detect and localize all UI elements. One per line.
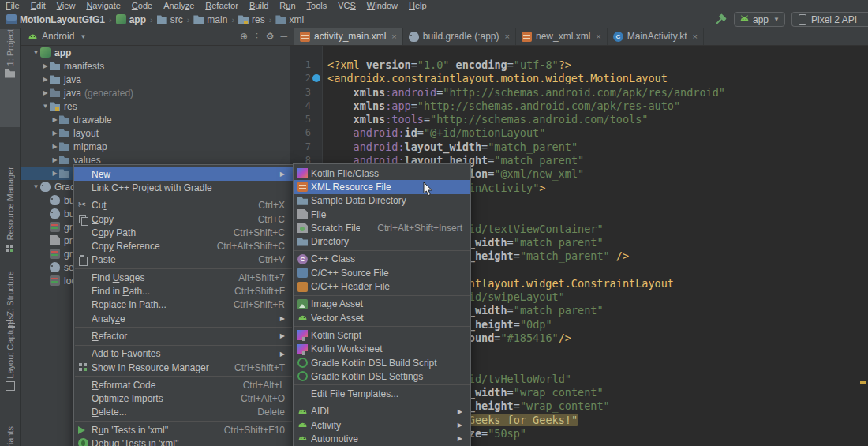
context-menu-item-reformat-code[interactable]: Reformat CodeCtrl+Alt+L <box>74 378 293 392</box>
new-submenu-item-kotlin-worksheet[interactable]: Kotlin Worksheet <box>294 343 470 356</box>
menubar-item-file[interactable]: File <box>0 0 25 11</box>
menubar-item-vcs[interactable]: VCS <box>332 0 361 11</box>
expand-arrow-icon[interactable]: ▶ <box>41 89 50 96</box>
device-selector[interactable]: Pixel 2 API <box>791 12 868 27</box>
context-menu-item-find-in-path[interactable]: Find in Path...Ctrl+Shift+F <box>74 284 293 298</box>
close-icon[interactable]: × <box>693 32 698 41</box>
settings-icon[interactable]: ⚙ <box>263 31 278 42</box>
expand-arrow-icon[interactable]: ▶ <box>51 116 59 123</box>
new-submenu-item-aidl[interactable]: AIDL▶ <box>294 405 470 418</box>
tree-item-res[interactable]: ▼res <box>21 99 290 113</box>
new-submenu-item-file[interactable]: File <box>294 208 470 221</box>
context-menu-item-replace-in-path[interactable]: Replace in Path...Ctrl+Shift+R <box>74 298 293 312</box>
breadcrumb-item-motionlayoutgfg1[interactable]: MotionLayoutGfG1 <box>5 14 107 25</box>
menubar-item-refactor[interactable]: Refactor <box>200 0 244 11</box>
close-icon[interactable]: × <box>391 32 396 41</box>
context-menu-item-copy-reference[interactable]: Copy ReferenceCtrl+Alt+Shift+C <box>74 239 293 253</box>
new-submenu-item-gradle-kotlin-dsl-settings[interactable]: Gradle Kotlin DSL Settings <box>294 369 470 383</box>
tool-stripe-1-project[interactable]: 1: Project <box>0 29 20 127</box>
breadcrumb-item-app[interactable]: app <box>114 14 148 25</box>
collapse-all-icon[interactable]: ÷ <box>251 31 263 42</box>
new-submenu-item-vector-asset[interactable]: Vector Asset <box>294 311 470 324</box>
new-submenu-item-xml-resource-file[interactable]: XML Resource File <box>294 180 470 193</box>
menubar-item-analyze[interactable]: Analyze <box>158 0 200 11</box>
tool-stripe-resource-manager[interactable]: Resource Manager <box>0 167 20 261</box>
expand-arrow-icon[interactable]: ▶ <box>41 62 50 69</box>
new-submenu-item-kotlin-script[interactable]: Kotlin Script <box>294 328 470 342</box>
locate-icon[interactable]: ⊕ <box>237 31 251 42</box>
tool-stripe-build-variants[interactable]: Build Variants <box>0 426 20 446</box>
new-submenu-item-c-class[interactable]: C++ Class <box>294 253 470 266</box>
tool-stripe-z-structure[interactable]: Z: Structure <box>0 271 20 315</box>
tree-item-manifests[interactable]: ▶manifests <box>21 59 290 73</box>
tree-item-java[interactable]: ▶java <box>21 73 290 86</box>
expand-arrow-icon[interactable]: ▶ <box>51 170 59 177</box>
context-menu-item-run-tests-in-xml[interactable]: Run 'Tests in 'xml''Ctrl+Shift+F10 <box>74 423 293 437</box>
new-submenu-item-sample-data-directory[interactable]: Sample Data Directory <box>294 194 470 208</box>
tool-stripe-layout-captures[interactable]: Layout Captures <box>0 315 20 384</box>
tree-item-app[interactable]: ▼app <box>21 46 290 59</box>
new-submenu-item-directory[interactable]: Directory <box>294 234 470 248</box>
context-menu-item-analyze[interactable]: Analyze▶ <box>74 312 293 325</box>
context-menu-item-paste[interactable]: PasteCtrl+V <box>74 253 293 267</box>
expand-arrow-icon[interactable]: ▶ <box>51 129 59 137</box>
breadcrumb-item-src[interactable]: src <box>155 14 185 25</box>
context-menu-item-copy[interactable]: CopyCtrl+C <box>74 212 293 226</box>
new-submenu-item-edit-file-templates[interactable]: Edit File Templates... <box>294 387 470 400</box>
new-submenu-item-activity[interactable]: Activity▶ <box>294 418 470 432</box>
gutter-marker-icon[interactable] <box>312 74 320 82</box>
new-submenu-item-kotlin-file-class[interactable]: Kotlin File/Class <box>294 167 470 180</box>
expand-arrow-icon[interactable]: ▶ <box>51 143 59 150</box>
menubar-item-help[interactable]: Help <box>403 0 432 11</box>
run-config-selector[interactable]: app ▼ <box>734 12 785 27</box>
context-menu-item-copy-path[interactable]: Copy PathCtrl+Shift+C <box>74 226 293 239</box>
breadcrumb-item-xml[interactable]: xml <box>274 14 305 25</box>
collapse-arrow-icon[interactable]: ▼ <box>32 183 40 190</box>
collapse-arrow-icon[interactable]: ▼ <box>32 49 40 56</box>
context-menu-item-optimize-imports[interactable]: Optimize ImportsCtrl+Alt+O <box>74 392 293 405</box>
context-menu-item-debug-tests-in-xml[interactable]: Debug 'Tests in 'xml'' <box>74 437 293 446</box>
menubar-item-build[interactable]: Build <box>244 0 274 11</box>
menubar-item-tools[interactable]: Tools <box>301 0 333 11</box>
context-menu-item-show-in-resource-manager[interactable]: Show In Resource ManagerCtrl+Shift+T <box>74 361 293 374</box>
expand-arrow-icon[interactable]: ▶ <box>41 76 50 83</box>
tab-new-xml-xml[interactable]: new_xml.xml× <box>516 28 608 45</box>
close-icon[interactable]: × <box>505 32 510 41</box>
context-menu-item-new[interactable]: New▶ <box>74 167 293 181</box>
menubar-item-navigate[interactable]: Navigate <box>80 0 125 11</box>
tab-build-gradle-app[interactable]: build.gradle (:app)× <box>403 28 516 45</box>
new-submenu-item-gradle-kotlin-dsl-build-script[interactable]: Gradle Kotlin DSL Build Script <box>294 356 470 369</box>
close-icon[interactable]: × <box>596 32 600 41</box>
menu-separator <box>75 268 292 269</box>
tree-item-mipmap[interactable]: ▶mipmap <box>21 140 290 153</box>
context-menu-item-link-c-project-with-gradle[interactable]: Link C++ Project with Gradle <box>74 181 293 194</box>
project-view-selector[interactable]: Android <box>42 31 74 42</box>
context-menu-item-find-usages[interactable]: Find UsagesAlt+Shift+7 <box>74 271 293 284</box>
menu-item-label: Analyze <box>92 313 272 324</box>
new-submenu-item-c-c-header-file[interactable]: C/C++ Header File <box>294 279 470 293</box>
context-menu-item-add-to-favorites[interactable]: Add to Favorites▶ <box>74 347 293 361</box>
tree-item-drawable[interactable]: ▶drawable <box>21 113 290 126</box>
build-hammer-icon[interactable] <box>713 13 728 27</box>
menubar-item-view[interactable]: View <box>51 0 81 11</box>
tab-activity-main-xml[interactable]: activity_main.xml× <box>294 28 403 45</box>
context-menu-item-cut[interactable]: CutCtrl+X <box>74 199 293 212</box>
menubar-item-edit[interactable]: Edit <box>25 0 51 11</box>
tree-item-java-generated[interactable]: ▶java (generated) <box>21 86 290 99</box>
collapse-arrow-icon[interactable]: ▼ <box>41 103 50 110</box>
menubar-item-code[interactable]: Code <box>126 0 158 11</box>
menubar-item-window[interactable]: Window <box>361 0 403 11</box>
tree-item-layout[interactable]: ▶layout <box>21 126 290 140</box>
breadcrumb-item-main[interactable]: main <box>192 14 229 25</box>
context-menu-item-delete[interactable]: Delete...Delete <box>74 406 293 419</box>
menubar-item-run[interactable]: Run <box>274 0 301 11</box>
breadcrumb-item-res[interactable]: res <box>237 14 267 25</box>
context-menu-item-refactor[interactable]: Refactor▶ <box>74 329 293 343</box>
tab-mainactivity-kt[interactable]: MainActivity.kt× <box>608 28 704 45</box>
new-submenu-item-automotive[interactable]: Automotive▶ <box>294 432 470 445</box>
new-submenu-item-image-asset[interactable]: Image Asset <box>294 298 470 311</box>
expand-arrow-icon[interactable]: ▶ <box>51 156 59 163</box>
hide-icon[interactable]: ─ <box>277 31 290 42</box>
new-submenu-item-c-c-source-file[interactable]: C/C++ Source File <box>294 266 470 279</box>
new-submenu-item-scratch-file[interactable]: Scratch FileCtrl+Alt+Shift+Insert <box>294 221 470 234</box>
